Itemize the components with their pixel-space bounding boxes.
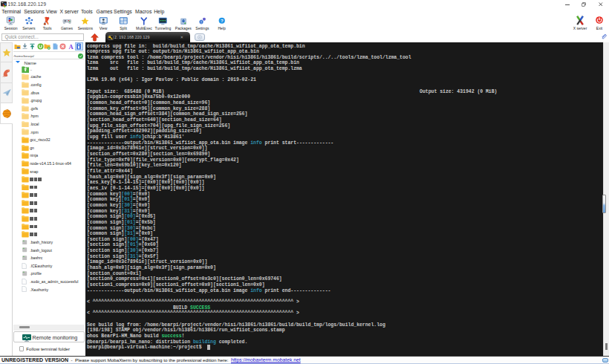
svg-text:A: A [69, 43, 74, 50]
svg-text:?: ? [221, 19, 224, 23]
